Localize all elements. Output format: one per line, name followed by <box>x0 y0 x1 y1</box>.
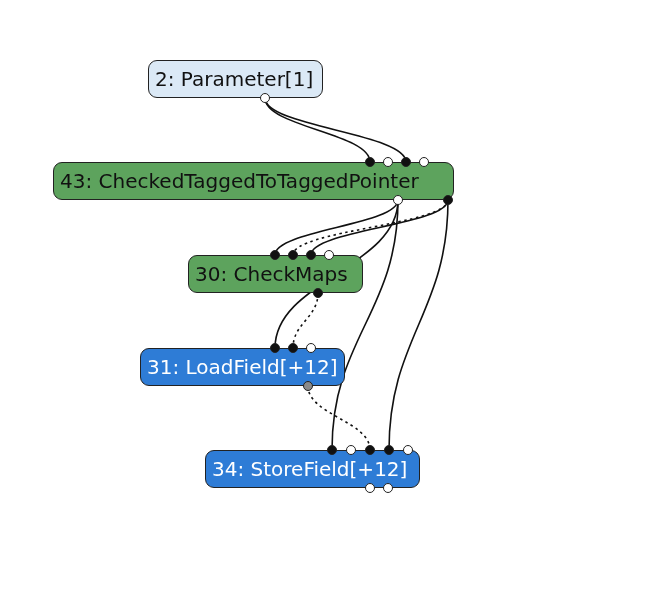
node-label: 2: Parameter[1] <box>155 69 313 89</box>
graph-canvas: 2: Parameter[1]43: CheckedTaggedToTagged… <box>0 0 649 593</box>
node-43[interactable]: 43: CheckedTaggedToTaggedPointer <box>53 162 454 200</box>
edges-layer <box>0 0 649 593</box>
oport-dot[interactable] <box>313 288 323 298</box>
iport-dot[interactable] <box>384 445 394 455</box>
iport-dot[interactable] <box>383 157 393 167</box>
iport-dot[interactable] <box>346 445 356 455</box>
edge <box>265 98 370 162</box>
iport-dot[interactable] <box>288 343 298 353</box>
oport-dot[interactable] <box>303 381 313 391</box>
edge <box>332 200 398 450</box>
oport-dot[interactable] <box>260 93 270 103</box>
node-30[interactable]: 30: CheckMaps <box>188 255 363 293</box>
node-label: 31: LoadField[+12] <box>147 357 338 377</box>
edge <box>293 293 318 348</box>
iport-dot[interactable] <box>365 157 375 167</box>
iport-dot[interactable] <box>365 445 375 455</box>
edge <box>389 200 448 450</box>
oport-dot[interactable] <box>383 483 393 493</box>
edge <box>308 386 370 450</box>
edge <box>275 200 398 255</box>
iport-dot[interactable] <box>324 250 334 260</box>
edge <box>293 200 448 255</box>
iport-dot[interactable] <box>401 157 411 167</box>
oport-dot[interactable] <box>443 195 453 205</box>
oport-dot[interactable] <box>365 483 375 493</box>
iport-dot[interactable] <box>270 250 280 260</box>
iport-dot[interactable] <box>288 250 298 260</box>
node-31[interactable]: 31: LoadField[+12] <box>140 348 345 386</box>
node-label: 43: CheckedTaggedToTaggedPointer <box>60 171 419 191</box>
edge <box>311 200 448 255</box>
iport-dot[interactable] <box>327 445 337 455</box>
iport-dot[interactable] <box>270 343 280 353</box>
iport-dot[interactable] <box>419 157 429 167</box>
iport-dot[interactable] <box>306 343 316 353</box>
oport-dot[interactable] <box>393 195 403 205</box>
iport-dot[interactable] <box>306 250 316 260</box>
iport-dot[interactable] <box>403 445 413 455</box>
node-2[interactable]: 2: Parameter[1] <box>148 60 323 98</box>
node-label: 34: StoreField[+12] <box>212 459 407 479</box>
edge <box>265 98 406 162</box>
node-label: 30: CheckMaps <box>195 264 348 284</box>
